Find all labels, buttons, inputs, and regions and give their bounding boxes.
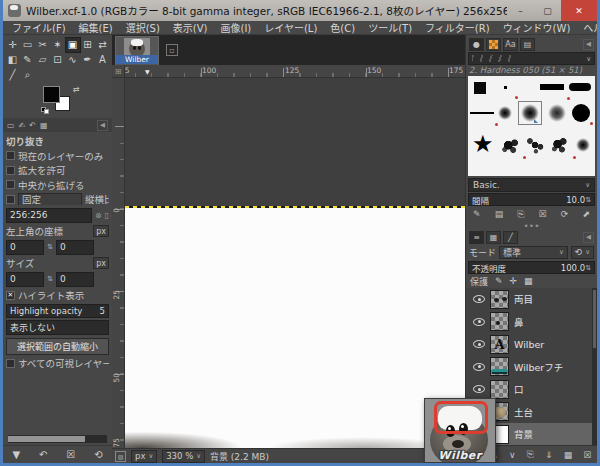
close-button[interactable]: ✕	[561, 0, 597, 21]
checkbox[interactable]	[6, 180, 15, 189]
tool-options-tab-icon[interactable]: ▭	[7, 121, 15, 130]
zoom-tool-icon[interactable]: ⌕	[21, 68, 35, 82]
new-view-icon[interactable]: ▫	[166, 44, 178, 56]
spinner-icon[interactable]: ⇅	[47, 243, 53, 251]
fuzzy-select-tool-icon[interactable]: ✶	[51, 38, 65, 52]
visibility-eye-icon[interactable]	[473, 340, 485, 348]
auto-shrink-button[interactable]: 選択範囲の自動縮小	[6, 338, 109, 355]
brush-tag-dropdown[interactable]: Basic. ∨	[468, 178, 595, 192]
brush-hardness-025[interactable]	[498, 106, 512, 120]
canvas[interactable]	[125, 78, 465, 448]
layer-row-eyes[interactable]: 両目	[466, 288, 597, 311]
navigation-preview-popup[interactable]: Wilber	[424, 398, 496, 463]
default-colors-icon[interactable]	[41, 107, 50, 114]
visibility-eye-icon[interactable]	[473, 363, 485, 371]
size-y-input[interactable]: 0	[56, 272, 94, 287]
visibility-eye-icon[interactable]	[473, 318, 485, 326]
menu-select[interactable]: 選択(S)	[126, 20, 160, 35]
layer-row-wilber-outline[interactable]: Wilberフチ	[466, 356, 597, 379]
foreground-color-swatch[interactable]	[43, 86, 60, 103]
checkbox[interactable]	[6, 166, 15, 175]
menu-tools[interactable]: ツール(T)	[368, 20, 412, 35]
scrollbar-thumb[interactable]	[593, 290, 596, 348]
layer-mask-icon[interactable]: ▦	[564, 450, 573, 460]
brush-grid[interactable]: ★	[468, 76, 595, 176]
flip-tool-icon[interactable]: ⇄	[96, 38, 110, 52]
option-allow-growing[interactable]: 拡大を許可	[6, 164, 109, 176]
layer-thumbnail[interactable]	[490, 290, 509, 309]
refresh-brushes-icon[interactable]: ⟳	[561, 209, 569, 219]
mode-switch-dropdown[interactable]: ⟲∨	[571, 246, 594, 259]
dock-splitter[interactable]: •••	[466, 222, 597, 229]
menu-layer[interactable]: レイヤー(L)	[264, 20, 317, 35]
position-x-input[interactable]: 0	[6, 240, 44, 255]
brush-hardness-075[interactable]	[548, 104, 566, 122]
guides-dropdown[interactable]: 表示しない	[6, 320, 109, 335]
delete-brush-icon[interactable]: ☒	[539, 209, 547, 219]
maximize-button[interactable]: ▢	[534, 0, 561, 21]
configure-tab-icon[interactable]: ◀	[97, 120, 108, 131]
rectangle-select-tool-icon[interactable]: ▭	[21, 38, 35, 52]
checkbox[interactable]	[6, 359, 15, 368]
spinner-icon[interactable]: ⇅	[585, 264, 591, 272]
channels-tab[interactable]: ▦	[486, 231, 501, 244]
menu-image[interactable]: 画像(I)	[221, 20, 252, 35]
merge-layer-icon[interactable]: ⇓	[545, 450, 553, 460]
brush-pixel[interactable]	[504, 86, 507, 89]
brush-bar[interactable]	[540, 84, 564, 90]
swap-colors-icon[interactable]: ⇄	[73, 85, 80, 94]
brush-splat[interactable]	[526, 136, 544, 154]
vertical-ruler[interactable]: 0 25 50 75	[112, 78, 125, 448]
checkbox[interactable]	[6, 151, 15, 160]
delete-layer-icon[interactable]: ☒	[583, 450, 591, 460]
delete-preset-icon[interactable]: ☒	[66, 449, 75, 460]
fixed-toggle[interactable]: 固定	[18, 193, 82, 205]
open-brush-icon[interactable]: ⬈	[582, 209, 590, 219]
reset-tool-icon[interactable]: ⟲	[94, 449, 102, 460]
brushes-tab[interactable]: ●	[469, 38, 484, 51]
device-status-tab-icon[interactable]: ✍	[19, 121, 26, 130]
size-x-input[interactable]: 0	[6, 272, 44, 287]
paths-tool-icon[interactable]: ╱	[6, 68, 20, 82]
layer-thumbnail[interactable]	[490, 380, 509, 399]
image-tab-icon[interactable]: ▦	[40, 121, 48, 130]
undo-history-tab-icon[interactable]: ↶	[29, 121, 36, 130]
pencil-tool-icon[interactable]: ✎	[21, 53, 35, 67]
crop-tool-icon[interactable]: ▣	[66, 38, 80, 52]
layer-row-nose[interactable]: 鼻	[466, 311, 597, 334]
menu-filters[interactable]: フィルター(R)	[425, 20, 490, 35]
brush-soft-small[interactable]	[576, 138, 590, 152]
free-select-tool-icon[interactable]: ✂	[36, 38, 50, 52]
edit-brush-icon[interactable]: ✎	[473, 209, 481, 219]
layers-tab[interactable]: ≡	[469, 231, 484, 244]
image-area[interactable]	[125, 208, 465, 448]
paths-tab[interactable]: ╱	[503, 231, 518, 244]
layer-opacity-slider[interactable]: 不透明度 100.0 ⇅	[468, 261, 595, 274]
option-current-layer-only[interactable]: 現在のレイヤーのみ	[6, 150, 109, 162]
menu-file[interactable]: ファイル(F)	[12, 20, 66, 35]
bucket-fill-tool-icon[interactable]: ◧	[6, 53, 20, 67]
patterns-tab[interactable]	[486, 38, 501, 51]
lock-alpha-icon[interactable]: ▦	[524, 276, 533, 286]
layer-thumbnail[interactable]	[490, 312, 509, 331]
mode-dropdown[interactable]: 標準∨	[499, 246, 568, 259]
menu-view[interactable]: 表示(V)	[173, 20, 208, 35]
position-unit-dropdown[interactable]: px	[93, 225, 109, 237]
save-preset-icon[interactable]: ▼	[12, 449, 20, 460]
brush-splat[interactable]	[502, 138, 520, 154]
checkbox-checked[interactable]: ✕	[6, 291, 15, 300]
text-tool-icon[interactable]: A	[96, 53, 110, 67]
quick-mask-toggle-icon[interactable]: ▨	[115, 451, 126, 462]
tool-options-hscrollbar[interactable]	[8, 435, 107, 443]
scrollbar-thumb[interactable]	[8, 436, 85, 442]
visibility-eye-icon[interactable]	[473, 295, 485, 303]
ruler-corner-icon[interactable]: ⊞	[112, 65, 125, 78]
position-y-input[interactable]: 0	[56, 240, 94, 255]
minimize-button[interactable]: –	[507, 0, 534, 21]
document-history-tab[interactable]: ▤	[520, 38, 535, 51]
duplicate-layer-icon[interactable]: ⎘	[527, 449, 534, 460]
configure-tab-icon[interactable]: ◀	[583, 39, 594, 50]
lower-layer-icon[interactable]: ∨	[509, 450, 516, 460]
menu-edit[interactable]: 編集(E)	[79, 20, 113, 35]
menu-windows[interactable]: ウィンドウ(W)	[503, 20, 571, 35]
